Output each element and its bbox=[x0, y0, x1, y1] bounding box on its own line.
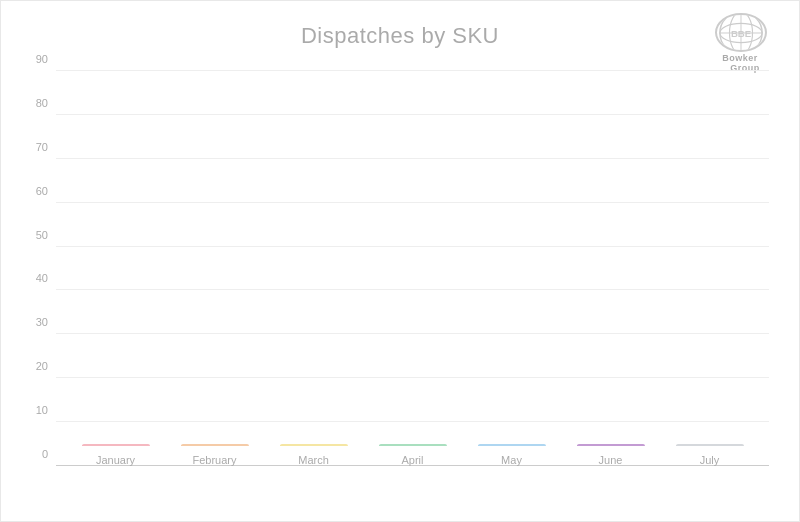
y-axis-label: 40 bbox=[36, 272, 48, 284]
chart-area: 0102030405060708090 JanuaryFebruaryMarch… bbox=[56, 71, 769, 466]
x-axis-label: March bbox=[298, 454, 329, 466]
y-axis-label: 50 bbox=[36, 229, 48, 241]
y-axis-label: 0 bbox=[42, 448, 48, 460]
bar-group: April bbox=[363, 444, 462, 466]
svg-text:BBE: BBE bbox=[731, 28, 752, 39]
bar-march bbox=[280, 444, 348, 446]
bar-group: March bbox=[264, 444, 363, 466]
bar-may bbox=[478, 444, 546, 446]
logo-line1: Bowker bbox=[722, 53, 758, 63]
y-axis-label: 20 bbox=[36, 360, 48, 372]
logo: BBE Bowker Group bbox=[701, 13, 781, 73]
bar-february bbox=[181, 444, 249, 446]
x-axis-label: June bbox=[599, 454, 623, 466]
y-axis-label: 10 bbox=[36, 404, 48, 416]
x-axis-label: May bbox=[501, 454, 522, 466]
chart-container: Dispatches by SKU BBE Bowker Group 01020… bbox=[0, 0, 800, 522]
x-axis-label: April bbox=[401, 454, 423, 466]
bars-row: JanuaryFebruaryMarchAprilMayJuneJuly bbox=[56, 71, 769, 466]
x-axis-label: July bbox=[700, 454, 720, 466]
y-axis-label: 60 bbox=[36, 185, 48, 197]
bar-group: July bbox=[660, 444, 759, 466]
logo-circle: BBE bbox=[715, 13, 767, 52]
y-axis-label: 30 bbox=[36, 316, 48, 328]
bar-group: February bbox=[165, 444, 264, 466]
x-axis-label: February bbox=[192, 454, 236, 466]
bar-group: May bbox=[462, 444, 561, 466]
bar-april bbox=[379, 444, 447, 446]
bar-group: January bbox=[66, 444, 165, 466]
bar-january bbox=[82, 444, 150, 446]
x-axis-label: January bbox=[96, 454, 135, 466]
bar-group: June bbox=[561, 444, 660, 466]
y-axis-label: 80 bbox=[36, 97, 48, 109]
y-axis-label: 70 bbox=[36, 141, 48, 153]
chart-title: Dispatches by SKU bbox=[1, 1, 799, 49]
y-axis-label: 90 bbox=[36, 53, 48, 65]
bar-june bbox=[577, 444, 645, 446]
bar-july bbox=[676, 444, 744, 446]
